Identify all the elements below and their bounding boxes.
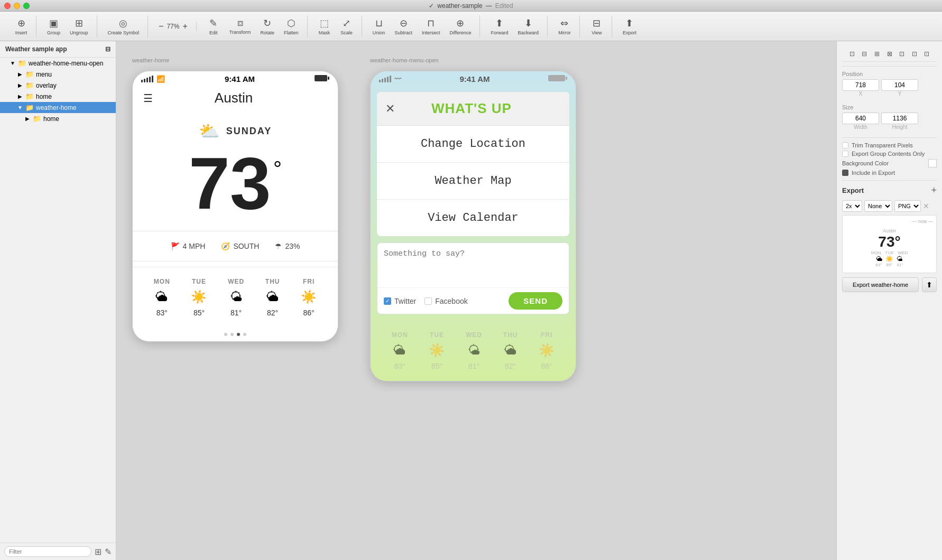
scale-button[interactable]: ⤢ Scale [336, 15, 357, 38]
close-window-button[interactable] [4, 3, 11, 9]
align-right-button[interactable]: ⊞ [871, 49, 883, 59]
mirror-button[interactable]: ⇔ Mirror [554, 15, 575, 38]
sidebar-item-menu[interactable]: ▶ 📁 menu [0, 69, 116, 80]
faded-forecast-thu: THU 🌥 82° [503, 331, 518, 370]
export-toolbar-button[interactable]: ⬆ Export [618, 15, 641, 38]
tue-icon: ☀️ [191, 290, 207, 304]
backward-button[interactable]: ⬇ Backward [513, 15, 543, 38]
group-button[interactable]: ▣ Group [43, 15, 64, 38]
send-button[interactable]: SEND [509, 292, 562, 310]
wind-stat: 🚩 4 MPH [171, 242, 206, 250]
menu-item-view-calendar[interactable]: View Calendar [377, 200, 569, 236]
layer-add-icon[interactable]: ⊞ [95, 547, 101, 557]
direction-stat: 🧭 SOUTH [221, 242, 259, 250]
p-icon-2: ☀️ [885, 255, 893, 263]
position-y-input[interactable] [881, 79, 918, 91]
export-button-row: Export weather-home ⬆ [842, 277, 937, 292]
distribute-button[interactable]: ⊡ [921, 49, 932, 59]
transform-button[interactable]: ⧈ Transform [225, 15, 255, 37]
align-bottom-button[interactable]: ⊡ [909, 49, 920, 59]
height-input[interactable] [881, 113, 918, 124]
height-label: Height [881, 124, 918, 130]
sidebar-item-home-1[interactable]: ▶ 📁 home [0, 91, 116, 102]
signal-bars [141, 76, 153, 82]
hamburger-menu-icon[interactable]: ☰ [143, 92, 153, 105]
sidebar-item-overlay[interactable]: ▶ 📁 overlay [0, 80, 116, 91]
menu-header: ✕ WHAT'S UP [377, 92, 569, 126]
create-symbol-label: Create Symbol [108, 30, 140, 35]
facebook-checkbox-item: Facebook [424, 297, 467, 305]
include-export-label: Include in Export [852, 170, 895, 176]
export-weather-home-button[interactable]: Export weather-home [842, 277, 919, 292]
twitter-checkbox[interactable] [384, 297, 391, 305]
menu-item-weather-map[interactable]: Weather Map [377, 163, 569, 200]
menu-item-change-location[interactable]: Change Location [377, 126, 569, 163]
bg-color-swatch[interactable] [928, 159, 937, 167]
share-footer: Twitter Facebook SEND [377, 287, 569, 314]
umbrella-icon: ☂ [275, 242, 282, 250]
create-symbol-button[interactable]: ◎ Create Symbol [104, 15, 144, 38]
canvas-content: weather-home 📶 [132, 57, 820, 381]
forward-button[interactable]: ⬆ Forward [486, 15, 512, 38]
temperature-value: 73 [189, 142, 271, 225]
signal-bar-1 [379, 80, 381, 82]
flatten-button[interactable]: ⬡ Flatten [280, 15, 303, 38]
signal-bar-4 [149, 77, 151, 82]
trim-checkbox[interactable] [842, 142, 848, 148]
rotate-label: Rotate [260, 30, 274, 35]
zoom-plus-button[interactable]: + [182, 22, 187, 31]
position-x-input[interactable] [842, 79, 879, 91]
minimize-window-button[interactable] [14, 3, 20, 9]
menu-close-button[interactable]: ✕ [385, 102, 395, 116]
facebook-checkbox[interactable] [424, 297, 432, 305]
subtract-icon: ⊖ [400, 17, 408, 29]
bg-color-label: Background Color [842, 160, 889, 166]
union-button[interactable]: ⊔ Union [368, 15, 390, 38]
export-share-button[interactable]: ⬆ [922, 277, 937, 292]
mirror-group: ⇔ Mirror [550, 15, 580, 38]
phone2-time: 9:41 AM [460, 74, 490, 83]
difference-button[interactable]: ⊕ Difference [446, 15, 476, 38]
include-export-checkbox[interactable] [842, 170, 848, 176]
share-textarea[interactable] [377, 243, 569, 285]
export-contents-checkbox[interactable] [842, 151, 848, 157]
sidebar-settings-icon[interactable]: ⊟ [105, 45, 110, 53]
filter-input[interactable] [4, 546, 91, 557]
width-input[interactable] [842, 113, 879, 124]
svg-rect-3 [566, 77, 567, 80]
compass-icon: 🧭 [221, 242, 230, 250]
zoom-minus-button[interactable]: − [159, 22, 163, 31]
insert-button[interactable]: ⊕ Insert [11, 15, 32, 38]
export-suffix-select[interactable]: None @2x [864, 200, 892, 212]
export-add-button[interactable]: + [931, 185, 937, 196]
layer-name-weather-home-menu-open: weather-home-menu-open [29, 60, 103, 67]
maximize-window-button[interactable] [23, 3, 30, 9]
window-controls[interactable] [4, 3, 30, 9]
p-icon-1: 🌥 [876, 255, 882, 263]
faded-wed-temp: 81° [468, 362, 479, 370]
intersect-button[interactable]: ⊓ Intersect [418, 15, 445, 38]
view-button[interactable]: ⊟ View [586, 15, 607, 38]
weather-day-row: ⛅ SUNDAY [199, 121, 272, 141]
align-center-v-button[interactable]: ⊡ [896, 49, 908, 59]
sidebar-item-weather-home-menu-open[interactable]: ▼ 📁 weather-home-menu-open [0, 58, 116, 69]
align-left-button[interactable]: ⊡ [846, 49, 858, 59]
ungroup-button[interactable]: ⊞ Ungroup [66, 15, 93, 38]
width-label: Width [842, 124, 879, 130]
forecast-section: MON 🌥 83° TUE ☀️ 85° WED 🌤 [133, 267, 338, 328]
export-format-select[interactable]: PNG JPG SVG [894, 200, 921, 212]
export-size-select[interactable]: 2x 1x 3x [842, 200, 862, 212]
sidebar-item-home-2[interactable]: ▶ 📁 home [0, 113, 116, 124]
export-delete-icon[interactable]: ✕ [923, 202, 929, 210]
twitter-label: Twitter [394, 297, 416, 305]
sidebar-item-weather-home[interactable]: ▼ 📁 weather-home [0, 102, 116, 113]
edit-button[interactable]: ✎ Edit [203, 15, 224, 38]
rotate-button[interactable]: ↻ Rotate [256, 15, 279, 38]
layer-edit-icon[interactable]: ✎ [105, 547, 112, 557]
subtract-button[interactable]: ⊖ Subtract [391, 15, 417, 38]
divider-3 [842, 180, 937, 181]
align-center-h-button[interactable]: ⊟ [859, 49, 871, 59]
menu-panel: ✕ WHAT'S UP Change Location Weather Map … [377, 92, 569, 236]
align-top-button[interactable]: ⊠ [884, 49, 895, 59]
mask-button[interactable]: ⬚ Mask [314, 15, 335, 38]
